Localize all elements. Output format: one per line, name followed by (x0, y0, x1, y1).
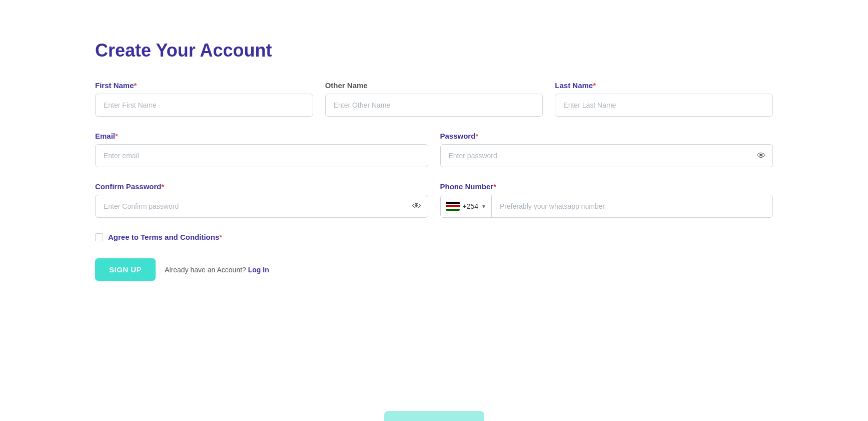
login-link[interactable]: Log In (248, 266, 269, 274)
first-name-group: First Name* (95, 81, 313, 117)
email-input[interactable] (95, 144, 428, 167)
email-group: Email* (95, 132, 428, 167)
page-container: Create Your Account First Name* Other Na… (0, 0, 868, 421)
password-input-wrapper: 👁 (440, 144, 773, 167)
terms-checkbox[interactable] (95, 233, 103, 241)
last-name-input[interactable] (555, 94, 773, 117)
confirm-password-input[interactable] (95, 195, 428, 218)
last-name-label: Last Name* (555, 81, 773, 90)
confirm-password-label: Confirm Password* (95, 182, 428, 191)
confirm-password-group: Confirm Password* 👁 (95, 182, 428, 218)
registration-form: First Name* Other Name Last Name* Email* (95, 81, 773, 281)
phone-number-label: Phone Number* (440, 182, 773, 191)
terms-label: Agree to Terms and Conditions* (108, 233, 222, 241)
bottom-decoration (384, 411, 484, 421)
kenya-flag-icon (446, 202, 460, 211)
login-text: Already have an Account? Log In (165, 266, 269, 274)
terms-row: Agree to Terms and Conditions* (95, 233, 773, 241)
confirm-password-input-wrapper: 👁 (95, 195, 428, 218)
other-name-label: Other Name (325, 81, 543, 90)
password-group: Password* 👁 (440, 132, 773, 167)
signup-button[interactable]: SIGN UP (95, 258, 156, 281)
confirm-password-toggle-icon[interactable]: 👁 (412, 201, 421, 212)
other-name-group: Other Name (325, 81, 543, 117)
confirm-phone-row: Confirm Password* 👁 Phone Number* (95, 182, 773, 218)
phone-number-group: Phone Number* +254 (440, 182, 773, 218)
phone-number-input[interactable] (492, 195, 772, 217)
page-title: Create Your Account (95, 40, 773, 61)
last-name-group: Last Name* (555, 81, 773, 117)
phone-input-wrapper: +254 ▼ (440, 195, 773, 218)
email-label: Email* (95, 132, 428, 140)
country-dropdown-arrow: ▼ (481, 204, 486, 209)
first-name-label: First Name* (95, 81, 313, 90)
country-code-selector[interactable]: +254 ▼ (441, 195, 492, 217)
password-label: Password* (440, 132, 773, 140)
email-password-row: Email* Password* 👁 (95, 132, 773, 167)
other-name-input[interactable] (325, 94, 543, 117)
country-code-text: +254 (463, 202, 479, 210)
password-input[interactable] (440, 144, 773, 167)
name-row: First Name* Other Name Last Name* (95, 81, 773, 117)
first-name-input[interactable] (95, 94, 313, 117)
password-toggle-icon[interactable]: 👁 (757, 151, 766, 161)
signup-row: SIGN UP Already have an Account? Log In (95, 258, 773, 281)
